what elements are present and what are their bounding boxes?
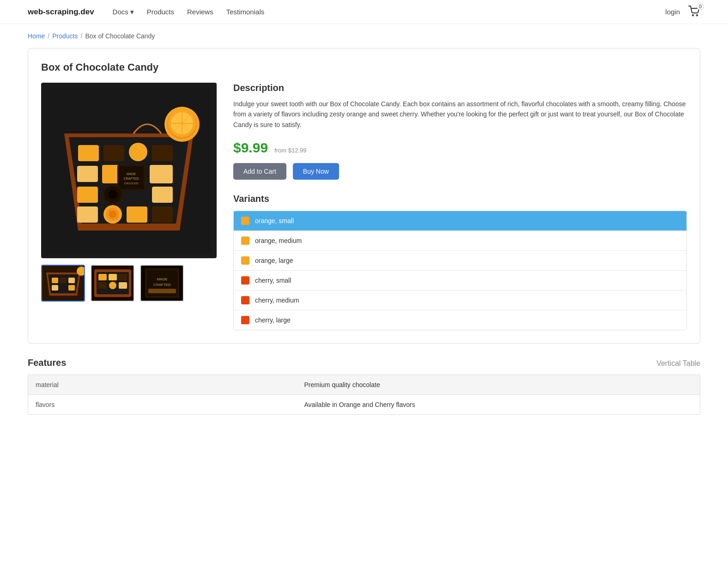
product-images: MADE CRAFTED CHOCOLATE	[41, 83, 217, 330]
breadcrumb-sep-2: /	[81, 32, 83, 40]
variant-item-orange-large[interactable]: orange, large	[234, 251, 686, 271]
cart-count: 0	[697, 3, 704, 10]
svg-rect-9	[77, 166, 98, 182]
breadcrumb-sep-1: /	[48, 32, 49, 40]
svg-text:CHOCOLATE: CHOCOLATE	[124, 182, 139, 185]
svg-text:CRAFTED: CRAFTED	[123, 177, 139, 180]
feature-key: flavors	[28, 395, 297, 415]
svg-rect-49	[98, 274, 107, 280]
svg-text:MADE: MADE	[157, 277, 167, 281]
feature-row: material Premium quality chocolate	[28, 375, 700, 395]
variant-label: cherry, small	[255, 277, 291, 284]
variant-swatch	[241, 217, 249, 225]
svg-point-20	[108, 190, 117, 199]
features-header: Features Vertical Table	[28, 358, 700, 368]
svg-rect-7	[129, 143, 147, 161]
product-details: Description Indulge your sweet tooth wit…	[233, 83, 687, 330]
login-link[interactable]: login	[665, 8, 680, 16]
svg-point-25	[109, 211, 116, 218]
features-table: material Premium quality chocolate flavo…	[28, 375, 700, 415]
price-row: $9.99 from $12.99	[233, 140, 687, 156]
variant-swatch	[241, 316, 249, 324]
features-heading: Features	[28, 358, 66, 368]
features-section: Features Vertical Table material Premium…	[28, 358, 700, 415]
svg-rect-17	[77, 187, 98, 203]
nav-reviews[interactable]: Reviews	[187, 8, 213, 16]
svg-text:CRAFTED: CRAFTED	[153, 283, 171, 287]
product-price: $9.99	[233, 140, 268, 156]
feature-row: flavors Available in Orange and Cherry f…	[28, 395, 700, 415]
svg-rect-21	[152, 187, 173, 203]
svg-text:MADE: MADE	[127, 172, 136, 176]
product-price-original: from $12.99	[274, 147, 306, 154]
action-row: Add to Cart Buy Now	[233, 163, 687, 180]
svg-rect-44	[68, 285, 75, 291]
svg-rect-40	[52, 278, 58, 283]
main-product-image: MADE CRAFTED CHOCOLATE	[41, 83, 217, 258]
nav-docs[interactable]: Docs ▾	[113, 8, 134, 16]
variant-swatch	[241, 256, 249, 265]
svg-point-1	[697, 15, 698, 16]
product-card: Box of Chocolate Candy	[28, 48, 700, 344]
svg-rect-5	[78, 145, 99, 161]
thumbnail-strip: MADE CRAFTED	[41, 265, 217, 302]
product-image-svg: MADE CRAFTED CHOCOLATE	[46, 87, 212, 254]
feature-key: material	[28, 375, 297, 395]
feature-value: Premium quality chocolate	[297, 375, 700, 395]
nav-products[interactable]: Products	[147, 8, 174, 16]
svg-rect-51	[119, 274, 127, 280]
variant-swatch	[241, 276, 249, 285]
variant-swatch	[241, 296, 249, 304]
svg-rect-26	[127, 206, 147, 223]
variants-heading: Variants	[233, 194, 687, 204]
breadcrumb-current: Box of Chocolate Candy	[85, 32, 155, 40]
thumbnail-3[interactable]: MADE CRAFTED	[140, 265, 184, 302]
nav-links: Docs ▾ Products Reviews Testimonials	[113, 8, 666, 16]
product-title: Box of Chocolate Candy	[41, 61, 687, 73]
variant-label: orange, large	[255, 257, 293, 264]
thumbnail-1[interactable]	[41, 265, 85, 302]
product-description: Indulge your sweet tooth with our Box of…	[233, 99, 687, 130]
thumbnail-2[interactable]	[91, 265, 134, 302]
svg-rect-41	[60, 278, 67, 283]
buy-now-button[interactable]: Buy Now	[293, 163, 339, 180]
svg-rect-8	[152, 145, 173, 161]
vertical-table-label: Vertical Table	[656, 359, 700, 368]
feature-value: Available in Orange and Cherry flavors	[297, 395, 700, 415]
svg-rect-52	[98, 282, 107, 289]
variant-item-orange-medium[interactable]: orange, medium	[234, 231, 686, 251]
svg-rect-60	[148, 289, 176, 293]
svg-rect-42	[68, 278, 75, 283]
svg-rect-16	[150, 165, 173, 183]
svg-rect-54	[119, 282, 127, 289]
breadcrumb: Home / Products / Box of Chocolate Candy	[0, 24, 728, 48]
svg-rect-50	[109, 274, 117, 280]
breadcrumb-products[interactable]: Products	[52, 32, 78, 40]
variant-label: cherry, medium	[255, 297, 299, 304]
variants-list: orange, small orange, medium orange, lar…	[233, 211, 687, 330]
svg-rect-6	[103, 145, 124, 161]
description-heading: Description	[233, 83, 687, 93]
svg-rect-43	[52, 285, 58, 291]
nav-actions: login 0	[665, 6, 700, 18]
svg-rect-27	[152, 206, 173, 223]
breadcrumb-home[interactable]: Home	[28, 32, 45, 40]
add-to-cart-button[interactable]: Add to Cart	[233, 163, 286, 180]
cart-button[interactable]: 0	[688, 6, 700, 18]
variant-swatch	[241, 236, 249, 245]
svg-point-53	[109, 282, 116, 289]
variant-item-cherry-medium[interactable]: cherry, medium	[234, 291, 686, 310]
variant-item-orange-small[interactable]: orange, small	[234, 211, 686, 231]
chevron-down-icon: ▾	[130, 8, 134, 16]
variant-label: orange, medium	[255, 237, 302, 244]
product-body: MADE CRAFTED CHOCOLATE	[41, 83, 687, 330]
variant-label: cherry, large	[255, 316, 291, 324]
svg-rect-22	[77, 206, 98, 223]
variant-item-cherry-large[interactable]: cherry, large	[234, 310, 686, 330]
nav-testimonials[interactable]: Testimonials	[226, 8, 265, 16]
variant-label: orange, small	[255, 217, 294, 224]
site-brand[interactable]: web-scraping.dev	[28, 7, 94, 17]
navbar: web-scraping.dev Docs ▾ Products Reviews…	[0, 0, 728, 24]
svg-point-0	[692, 15, 694, 16]
variant-item-cherry-small[interactable]: cherry, small	[234, 271, 686, 291]
